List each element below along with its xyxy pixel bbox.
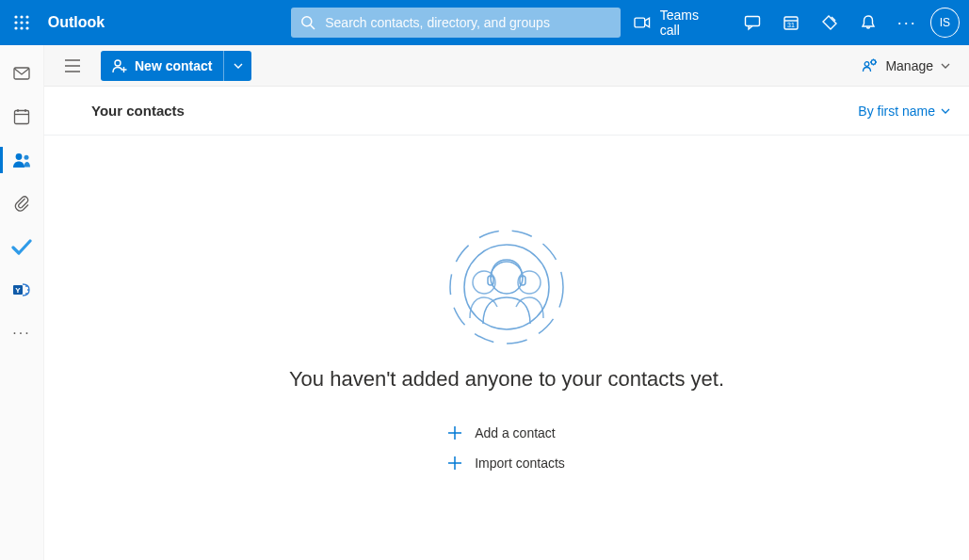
bell-icon bbox=[860, 14, 877, 31]
svg-point-0 bbox=[15, 15, 18, 18]
manage-label: Manage bbox=[885, 58, 933, 73]
page-title: Your contacts bbox=[91, 103, 185, 119]
search-icon bbox=[300, 15, 315, 30]
svg-point-26 bbox=[27, 289, 29, 291]
rail-mail[interactable] bbox=[0, 55, 44, 92]
todo-icon bbox=[11, 237, 32, 256]
nav-toggle-button[interactable] bbox=[57, 51, 88, 81]
mail-icon bbox=[12, 64, 31, 83]
svg-text:31: 31 bbox=[788, 22, 796, 28]
calendar-icon bbox=[12, 107, 31, 126]
search-box[interactable] bbox=[291, 8, 621, 38]
svg-rect-17 bbox=[15, 111, 29, 124]
import-contacts-label: Import contacts bbox=[475, 456, 565, 471]
avatar-initials: IS bbox=[940, 16, 950, 29]
search-container bbox=[291, 8, 621, 38]
plus-icon bbox=[448, 426, 461, 440]
rail-people[interactable] bbox=[0, 141, 44, 179]
main: New contact Manage Your contacts bbox=[44, 45, 969, 560]
empty-contacts-illustration bbox=[445, 226, 568, 348]
rail-todo[interactable] bbox=[0, 228, 44, 265]
new-contact-button[interactable]: New contact bbox=[101, 51, 223, 81]
waffle-icon bbox=[14, 15, 29, 30]
tips-button[interactable] bbox=[811, 0, 849, 45]
svg-point-6 bbox=[15, 26, 18, 29]
svg-point-22 bbox=[24, 155, 29, 160]
svg-point-25 bbox=[25, 285, 27, 287]
add-contact-link[interactable]: Add a contact bbox=[439, 418, 574, 448]
add-contact-label: Add a contact bbox=[475, 425, 556, 440]
chevron-down-icon bbox=[234, 63, 243, 69]
empty-state: You haven't added anyone to your contact… bbox=[44, 136, 969, 560]
svg-point-4 bbox=[21, 21, 24, 24]
more-icon: ··· bbox=[897, 19, 917, 26]
svg-point-2 bbox=[26, 15, 29, 18]
svg-point-27 bbox=[25, 293, 27, 295]
chevron-down-icon bbox=[941, 63, 950, 69]
rail-yammer[interactable]: Y bbox=[0, 271, 44, 309]
import-contacts-link[interactable]: Import contacts bbox=[439, 448, 574, 478]
svg-point-40 bbox=[491, 262, 523, 294]
chat-icon bbox=[744, 14, 761, 31]
brand-label[interactable]: Outlook bbox=[44, 14, 112, 31]
notifications-button[interactable] bbox=[849, 0, 888, 45]
empty-actions: Add a contact Import contacts bbox=[439, 418, 574, 478]
left-rail: Y ··· bbox=[0, 45, 44, 560]
svg-point-5 bbox=[26, 21, 29, 24]
video-icon bbox=[634, 16, 651, 29]
svg-point-1 bbox=[21, 15, 24, 18]
content: Your contacts By first name bbox=[44, 87, 969, 560]
tag-icon bbox=[821, 14, 838, 31]
account-avatar[interactable]: IS bbox=[930, 8, 960, 38]
calendar-day-icon: 31 bbox=[783, 14, 799, 31]
more-icon: ··· bbox=[12, 325, 30, 342]
meet-now-button[interactable] bbox=[734, 0, 772, 45]
svg-point-9 bbox=[302, 17, 312, 26]
svg-text:Y: Y bbox=[15, 286, 21, 295]
people-icon bbox=[11, 151, 32, 169]
yammer-icon: Y bbox=[12, 280, 31, 299]
empty-message: You haven't added anyone to your contact… bbox=[289, 367, 724, 392]
teams-call-button[interactable]: Teams call bbox=[621, 0, 734, 45]
new-contact-dropdown-button[interactable] bbox=[223, 51, 251, 81]
svg-point-37 bbox=[464, 245, 549, 329]
sort-label: By first name bbox=[858, 104, 935, 119]
rail-files[interactable] bbox=[0, 184, 44, 222]
gear-people-icon bbox=[861, 57, 878, 74]
teams-call-label: Teams call bbox=[660, 8, 720, 38]
svg-point-34 bbox=[865, 61, 870, 66]
attachment-icon bbox=[12, 194, 31, 213]
sort-button[interactable]: By first name bbox=[858, 104, 954, 119]
content-header: Your contacts By first name bbox=[44, 87, 969, 136]
svg-point-31 bbox=[115, 60, 121, 66]
rail-calendar[interactable] bbox=[0, 98, 44, 136]
new-contact-split-button: New contact bbox=[101, 51, 251, 81]
app-launcher-button[interactable] bbox=[0, 0, 44, 45]
body: Y ··· New contact bbox=[0, 45, 969, 560]
chevron-down-icon bbox=[941, 108, 950, 114]
svg-rect-12 bbox=[746, 17, 760, 26]
svg-point-3 bbox=[15, 21, 18, 24]
header-more-button[interactable]: ··· bbox=[888, 0, 927, 45]
app-header: Outlook Teams call 31 bbox=[0, 0, 969, 45]
rail-more-button[interactable]: ··· bbox=[0, 314, 44, 352]
add-contact-icon bbox=[112, 58, 127, 73]
svg-point-36 bbox=[450, 231, 563, 344]
svg-line-10 bbox=[311, 25, 315, 30]
command-bar: New contact Manage bbox=[44, 45, 969, 87]
calendar-day-button[interactable]: 31 bbox=[772, 0, 811, 45]
search-input[interactable] bbox=[323, 14, 611, 31]
manage-button[interactable]: Manage bbox=[857, 57, 954, 74]
svg-rect-11 bbox=[635, 18, 645, 27]
hamburger-icon bbox=[65, 59, 80, 72]
new-contact-label: New contact bbox=[135, 58, 212, 73]
plus-icon bbox=[448, 456, 461, 470]
svg-point-7 bbox=[21, 26, 24, 29]
svg-point-21 bbox=[16, 153, 23, 160]
svg-point-8 bbox=[26, 26, 29, 29]
